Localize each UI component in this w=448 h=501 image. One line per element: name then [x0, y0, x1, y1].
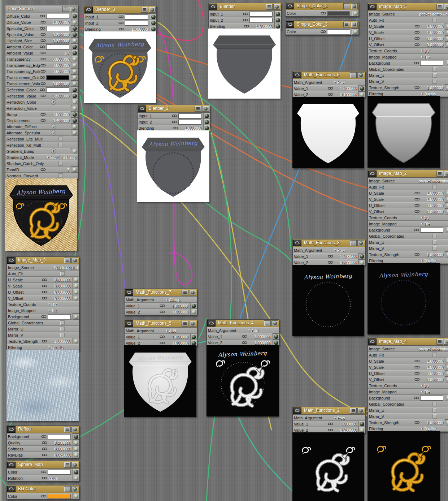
link-icon[interactable]: [40, 26, 45, 31]
param-value[interactable]: 1.000000: [421, 365, 443, 370]
connector-knob[interactable]: [447, 203, 448, 208]
param-checkbox[interactable]: [432, 79, 437, 84]
param-value[interactable]: 1.000000: [248, 341, 271, 345]
connector-knob-cell[interactable]: [71, 124, 78, 130]
connector-knob-cell[interactable]: [71, 74, 78, 81]
link-icon[interactable]: [414, 197, 420, 202]
node-header[interactable]: Sphere_Map: [7, 461, 79, 469]
connector-knob-cell[interactable]: [190, 303, 197, 309]
connector-knob[interactable]: [447, 359, 448, 363]
param-value[interactable]: 0.000000: [47, 82, 69, 86]
palette-icon-button[interactable]: [368, 4, 377, 10]
node-header[interactable]: Image_Map_3: [7, 257, 79, 264]
color-swatch[interactable]: [125, 14, 148, 20]
param-value[interactable]: 0.000000: [47, 57, 69, 61]
link-icon[interactable]: [414, 359, 420, 363]
param-value[interactable]: 0.200000: [47, 33, 69, 37]
palette-icon-button[interactable]: [368, 338, 377, 345]
connector-knob-cell[interactable]: [445, 85, 448, 91]
link-icon[interactable]: [40, 118, 46, 123]
connector-knob[interactable]: [447, 191, 448, 195]
param-value[interactable]: 1.000000: [334, 422, 357, 426]
param-value[interactable]: 1.000000: [421, 359, 443, 363]
param-checkbox[interactable]: [60, 327, 65, 331]
connector-knob-cell[interactable]: [71, 50, 78, 56]
connector-knob-cell[interactable]: [190, 334, 197, 340]
connector-knob-cell[interactable]: [203, 113, 210, 119]
connector-knob-cell[interactable]: [445, 190, 448, 196]
connector-knob[interactable]: [73, 82, 77, 86]
menu-icon-button[interactable]: [182, 321, 188, 327]
node-header[interactable]: Blender_3: [84, 6, 156, 14]
link-icon[interactable]: [42, 447, 47, 451]
link-icon[interactable]: [40, 63, 46, 68]
param-dropdown[interactable]: ▼UV: [420, 216, 448, 220]
color-swatch[interactable]: [178, 113, 201, 118]
param-value[interactable]: 1.000000: [250, 24, 273, 29]
connector-knob-cell[interactable]: [445, 196, 448, 202]
link-icon[interactable]: [414, 30, 420, 35]
link-icon[interactable]: [414, 228, 419, 232]
color-swatch[interactable]: [48, 314, 71, 319]
connector-knob[interactable]: [73, 57, 77, 61]
palette-icon-button[interactable]: [207, 320, 216, 327]
param-value[interactable]: 0.200000: [47, 39, 69, 43]
preview-toggle-button[interactable]: [71, 486, 78, 492]
connector-knob[interactable]: [73, 33, 77, 37]
preview-toggle-button[interactable]: [357, 72, 364, 78]
connector-knob-cell[interactable]: [445, 42, 448, 48]
color-swatch[interactable]: [46, 87, 69, 92]
param-dropdown[interactable]: ▼Add: [165, 329, 196, 333]
connector-knob-cell[interactable]: [71, 167, 78, 173]
palette-icon-button[interactable]: [293, 72, 301, 78]
param-value[interactable]: 0.000000: [421, 43, 443, 47]
connector-knob[interactable]: [192, 310, 196, 314]
menu-icon-button[interactable]: [350, 408, 357, 414]
connector-knob-cell[interactable]: [71, 68, 78, 74]
param-dropdown[interactable]: ▼Tile: [420, 55, 448, 59]
palette-icon-button[interactable]: [84, 7, 93, 13]
color-swatch[interactable]: [125, 21, 148, 26]
palette-icon-button[interactable]: [293, 407, 301, 414]
param-checkbox[interactable]: [432, 240, 437, 245]
color-swatch[interactable]: [48, 434, 71, 439]
palette-icon-button[interactable]: [286, 21, 294, 28]
node-header[interactable]: Math_Functions_4: [207, 320, 279, 327]
param-value[interactable]: 0.033300: [47, 112, 69, 117]
preview-toggle-button[interactable]: [202, 106, 209, 112]
question-icon[interactable]: ?: [51, 124, 56, 129]
param-value[interactable]: 1.000000: [126, 27, 148, 31]
param-value[interactable]: value: [48, 476, 71, 480]
link-icon[interactable]: [42, 441, 47, 445]
link-icon[interactable]: [414, 377, 420, 382]
param-value[interactable]: 0.000000: [47, 63, 69, 68]
connector-knob[interactable]: [73, 14, 77, 18]
menu-icon-button[interactable]: [141, 7, 148, 13]
link-icon[interactable]: [414, 420, 420, 425]
link-icon[interactable]: [244, 24, 249, 29]
link-icon[interactable]: [40, 51, 46, 55]
preview-toggle-button[interactable]: [444, 339, 448, 345]
param-value[interactable]: 1.000000: [48, 339, 71, 344]
param-checkbox[interactable]: [60, 320, 65, 325]
connector-knob[interactable]: [73, 149, 77, 154]
connector-knob-cell[interactable]: [445, 35, 448, 42]
link-icon[interactable]: [42, 296, 47, 301]
preview-toggle-button[interactable]: [444, 4, 448, 10]
connector-knob[interactable]: [447, 371, 448, 376]
link-icon[interactable]: [40, 88, 45, 92]
preview-toggle-button[interactable]: [189, 321, 196, 327]
connector-knob-cell[interactable]: [71, 44, 78, 50]
link-icon[interactable]: [414, 61, 419, 65]
connector-knob[interactable]: [205, 114, 209, 118]
connector-knob[interactable]: [73, 69, 77, 74]
param-dropdown[interactable]: ▼Quality: [420, 92, 448, 96]
color-swatch[interactable]: [46, 44, 69, 49]
param-checkbox[interactable]: [60, 271, 65, 276]
param-dropdown[interactable]: ▼Quality: [420, 427, 448, 431]
color-swatch[interactable]: [420, 396, 443, 401]
menu-icon-button[interactable]: [436, 171, 443, 177]
question-icon[interactable]: ?: [51, 130, 56, 135]
palette-icon-button[interactable]: [7, 486, 16, 492]
param-checkbox[interactable]: [432, 402, 437, 406]
